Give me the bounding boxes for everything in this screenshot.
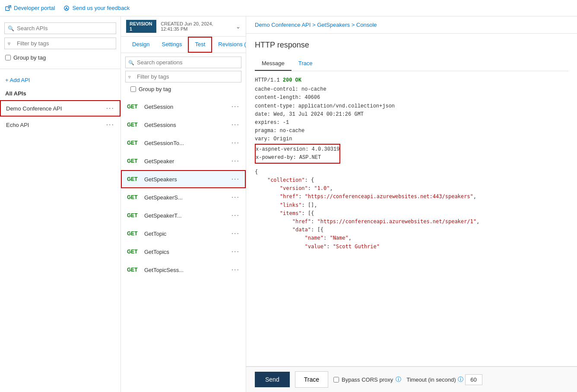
ops-search-container: 🔍 (125, 57, 241, 68)
tab-settings[interactable]: Settings (155, 37, 188, 53)
json-line-3: "version": "1.0", (255, 184, 568, 193)
http-status-line: HTTP/1.1 200 OK (255, 76, 568, 85)
op-name-getspeakers2: GetSpeakerS... (144, 194, 183, 201)
all-apis-label: All APIs (0, 87, 120, 100)
json-line-5: "links": [], (255, 201, 568, 209)
tab-design[interactable]: Design (126, 37, 155, 53)
svg-point-2 (66, 7, 67, 8)
timeout-container: Timeout (in second) ⓘ 60 (406, 374, 482, 385)
op-item-getsessions[interactable]: GET GetSessions ··· (121, 116, 246, 134)
highlighted-headers-box: x-aspnet-version: 4.0.30319 x-powered-by… (255, 144, 340, 164)
feedback-icon (63, 5, 70, 11)
op-name-getspeaker: GetSpeaker (144, 158, 174, 164)
timeout-info-icon[interactable]: ⓘ (458, 376, 463, 383)
ops-filter-container: ▿ (125, 71, 241, 82)
ops-group-by-tag-label: Group by tag (139, 86, 171, 92)
op-item-getsessionto[interactable]: GET GetSessionTo... ··· (121, 134, 246, 152)
op-method-getsessionto: GET (127, 140, 140, 146)
json-line-8: "data": [{ (255, 226, 568, 234)
op-item-getspeakert[interactable]: GET GetSpeakerT... ··· (121, 206, 246, 224)
header-content-length: content-length: 40606 (255, 94, 568, 102)
op-item-gettopicsess[interactable]: GET GetTopicSess... ··· (121, 261, 246, 279)
op-menu-gettopics[interactable]: ··· (231, 248, 240, 256)
timeout-value: 60 (465, 374, 482, 385)
search-apis-input[interactable] (4, 22, 116, 34)
op-menu-getsessionto[interactable]: ··· (231, 139, 240, 147)
op-name-gettopicsess: GetTopicSess... (144, 267, 184, 273)
header-powered-by: x-powered-by: ASP.NET (256, 154, 339, 162)
op-item-getspeakers2[interactable]: GET GetSpeakerS... ··· (121, 188, 246, 206)
ops-filter-icon: ▿ (128, 74, 131, 79)
op-menu-gettopic[interactable]: ··· (231, 230, 240, 237)
send-button[interactable]: Send (255, 372, 290, 387)
right-panel: Demo Conference API > GetSpeakers > Cons… (246, 16, 577, 392)
revision-badge: REVISION 1 (126, 20, 156, 33)
op-menu-getspeaker[interactable]: ··· (231, 157, 240, 165)
response-tab-message[interactable]: Message (255, 57, 292, 71)
op-method-getspeakers: GET (127, 176, 140, 182)
ops-group-checkbox-container: Group by tag (130, 86, 236, 92)
tab-test[interactable]: Test (188, 37, 212, 53)
op-menu-getspeakert[interactable]: ··· (231, 212, 240, 219)
op-method-gettopics: GET (127, 249, 140, 255)
group-by-tag-checkbox[interactable] (5, 55, 11, 60)
op-menu-getspeakers2[interactable]: ··· (231, 193, 240, 201)
json-line-2: "collection": { (255, 176, 568, 184)
header-content-type: content-type: application/vnd.collection… (255, 102, 568, 111)
middle-panel: REVISION 1 CREATED Jun 20, 2024, 12:41:3… (121, 16, 246, 392)
add-api-button[interactable]: + Add API (0, 73, 120, 87)
header-date: date: Wed, 31 Jul 2024 00:21:26 GMT (255, 111, 568, 119)
top-bar: Developer portal Send us your feedback (0, 0, 577, 16)
ops-filter-input[interactable] (125, 71, 241, 82)
op-name-getspeakert: GetSpeakerT... (144, 212, 182, 219)
filter-by-tags-input[interactable] (4, 38, 116, 49)
op-method-getspeakert: GET (127, 212, 140, 218)
status-200-badge: 200 OK (283, 77, 301, 83)
revision-chevron-icon[interactable]: ⌄ (236, 23, 241, 30)
developer-portal-link[interactable]: Developer portal (5, 5, 55, 11)
revision-bar: REVISION 1 CREATED Jun 20, 2024, 12:41:3… (121, 16, 246, 37)
ops-group-by-tag-checkbox[interactable] (130, 86, 136, 92)
bypass-cors-label: Bypass CORS proxy (342, 376, 393, 383)
api-item-menu-dots[interactable]: ··· (106, 104, 114, 112)
feedback-link[interactable]: Send us your feedback (63, 5, 130, 11)
op-menu-getspeakers[interactable]: ··· (231, 175, 240, 183)
breadcrumb: Demo Conference API > GetSpeakers > Cons… (246, 16, 577, 34)
op-name-gettopic: GetTopic (144, 231, 166, 237)
bottom-bar: Send Trace Bypass CORS proxy ⓘ Timeout (… (246, 366, 577, 392)
op-method-getsessions: GET (127, 122, 140, 128)
op-item-gettopics[interactable]: GET GetTopics ··· (121, 243, 246, 261)
response-content: HTTP/1.1 200 OK cache-control: no-cache … (255, 76, 568, 251)
bypass-cors-checkbox[interactable] (333, 377, 339, 383)
op-item-gettopic[interactable]: GET GetTopic ··· (121, 224, 246, 243)
trace-button[interactable]: Trace (295, 371, 328, 388)
op-item-getsession[interactable]: GET GetSession ··· (121, 98, 246, 116)
op-menu-getsession[interactable]: ··· (231, 103, 240, 111)
search-operations-input[interactable] (125, 57, 241, 68)
response-tab-trace[interactable]: Trace (292, 57, 320, 71)
bypass-info-icon[interactable]: ⓘ (396, 376, 401, 383)
op-item-getspeaker[interactable]: GET GetSpeaker ··· (121, 152, 246, 170)
sidebar-divider (0, 69, 120, 69)
api-item-echo[interactable]: Echo API ··· (0, 117, 120, 133)
header-cache-control: cache-control: no-cache (255, 85, 568, 94)
json-line-6: "items": [{ (255, 209, 568, 218)
op-method-getsession: GET (127, 104, 140, 110)
left-sidebar: 🔍 ▿ Group by tag + Add API All APIs Demo… (0, 16, 121, 392)
http-response-title: HTTP response (255, 41, 568, 50)
op-item-getspeakers[interactable]: GET GetSpeakers ··· (121, 170, 246, 188)
json-line-10: "value": "Scott Guthrie" (255, 243, 568, 251)
op-name-gettopics: GetTopics (144, 249, 169, 255)
sidebar-filter-container: ▿ (4, 38, 116, 49)
operations-list: GET GetSession ··· GET GetSessions ··· G… (121, 98, 246, 392)
api-item-echo-menu-dots[interactable]: ··· (106, 121, 114, 129)
tabs-bar: Design Settings Test Revisions (1) Chang… (121, 37, 246, 53)
header-aspnet-version: x-aspnet-version: 4.0.30319 (256, 145, 339, 154)
json-line-1: { (255, 168, 568, 176)
op-name-getsession: GetSession (144, 104, 173, 110)
api-item-demo-conference[interactable]: Demo Conference API ··· (0, 100, 120, 117)
op-menu-getsessions[interactable]: ··· (231, 121, 240, 129)
op-method-getspeakers2: GET (127, 194, 140, 200)
op-name-getsessions: GetSessions (144, 122, 176, 128)
op-menu-gettopicsess[interactable]: ··· (231, 266, 240, 274)
